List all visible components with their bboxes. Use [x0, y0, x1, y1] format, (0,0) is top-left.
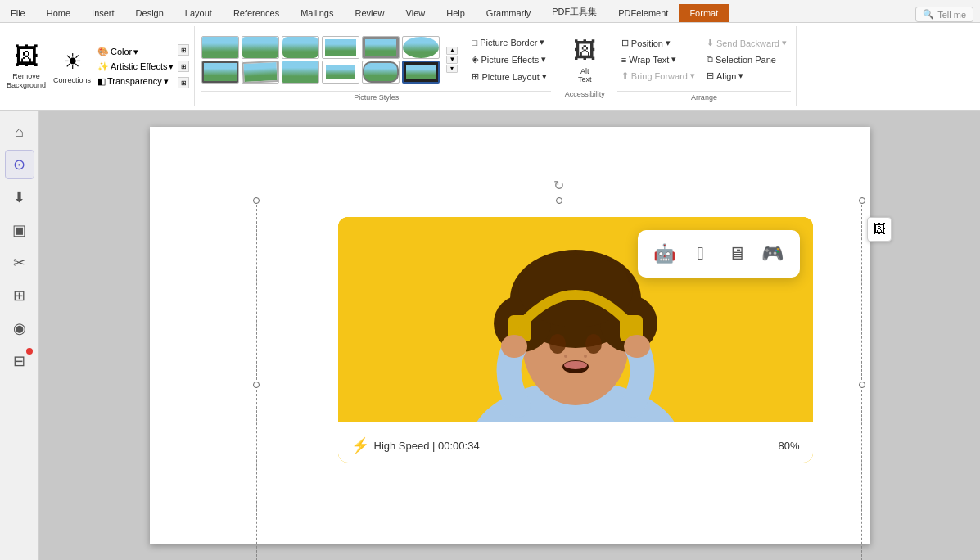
desktop-icon[interactable]: 🖥	[721, 238, 752, 269]
sidebar-item-download[interactable]: ⬇	[5, 183, 34, 212]
position-icon: ⊡	[621, 38, 629, 48]
wrap-text-icon: ≡	[621, 55, 626, 65]
send-backward-dropdown: ▾	[782, 38, 787, 48]
send-backward-label: Send Backward	[716, 38, 779, 48]
transparency-button[interactable]: ◧ Transparency ▾	[95, 75, 176, 88]
document-page: ↻ 🖼	[150, 127, 870, 544]
transparency-icon: ◧	[97, 76, 106, 87]
apple-icon[interactable]: 	[685, 238, 716, 269]
tab-grammarly[interactable]: Grammarly	[476, 4, 541, 22]
bring-forward-button[interactable]: ⬆ Bring Forward ▾	[617, 69, 699, 83]
align-icon: ⊟	[707, 70, 714, 81]
picture-style-10[interactable]	[322, 61, 359, 84]
sidebar-item-film[interactable]: ▣	[5, 215, 34, 245]
picture-style-5[interactable]	[362, 36, 400, 59]
picture-style-2[interactable]	[242, 36, 279, 59]
tab-layout[interactable]: Layout	[174, 4, 223, 22]
color-label: Color	[111, 47, 132, 56]
sidebar-item-grid[interactable]: ⊞	[5, 281, 34, 310]
remove-background-button[interactable]: 🖼 RemoveBackground	[3, 34, 49, 99]
corrections-label: Corrections	[53, 76, 91, 84]
align-button[interactable]: ⊟ Align ▾	[702, 69, 791, 83]
position-dropdown: ▾	[666, 38, 671, 48]
picture-style-1[interactable]	[201, 36, 239, 59]
sidebar-item-camera[interactable]: ⊙	[5, 150, 34, 179]
picture-style-11[interactable]	[362, 61, 400, 84]
svg-point-11	[585, 334, 602, 354]
color-button[interactable]: 🎨 Color ▾	[95, 46, 176, 58]
handle-top-center[interactable]	[556, 197, 562, 204]
handle-middle-right[interactable]	[859, 382, 865, 388]
svg-point-15	[564, 361, 587, 369]
search-icon: 🔍	[923, 9, 934, 20]
position-label: Position	[631, 38, 663, 48]
tab-file[interactable]: File	[0, 4, 36, 22]
tab-view[interactable]: View	[395, 4, 436, 22]
align-label: Align	[716, 71, 736, 81]
send-backward-icon: ⬇	[707, 38, 714, 48]
tab-pdftool[interactable]: PDF工具集	[541, 2, 607, 22]
sidebar-item-home[interactable]: ⌂	[5, 117, 34, 147]
svg-rect-0	[338, 217, 813, 463]
picture-style-7[interactable]	[201, 61, 239, 84]
picture-border-button[interactable]: □ Picture Border ▾	[467, 35, 550, 49]
svg-point-5	[494, 295, 551, 352]
svg-point-10	[549, 334, 566, 354]
sidebar-item-camera2[interactable]: ◉	[5, 314, 34, 343]
tab-help[interactable]: Help	[436, 4, 476, 22]
tab-insert[interactable]: Insert	[81, 4, 125, 22]
svg-point-17	[624, 335, 650, 358]
styles-scroll-up[interactable]: ▲	[446, 47, 458, 55]
gaming-icon[interactable]: 🎮	[757, 238, 788, 269]
transparency-dropdown-icon: ▾	[164, 76, 169, 87]
adjust-expand-2[interactable]: ⊞	[178, 61, 189, 72]
position-button[interactable]: ⊡ Position ▾	[617, 36, 699, 50]
adjust-expand-3[interactable]: ⊞	[178, 77, 189, 88]
sidebar-item-apps[interactable]: ⊟	[5, 346, 34, 376]
tab-pdfelement[interactable]: PDFelement	[607, 4, 679, 22]
picture-effects-button[interactable]: ◈ Picture Effects ▾	[467, 52, 550, 66]
picture-layout-label: Picture Layout	[481, 72, 539, 82]
picture-style-6[interactable]	[402, 36, 440, 59]
svg-point-7	[518, 254, 633, 327]
color-icon: 🎨	[97, 47, 109, 57]
bring-forward-icon: ⬆	[621, 70, 629, 81]
tab-mailings[interactable]: Mailings	[290, 4, 344, 22]
handle-top-left[interactable]	[253, 197, 260, 204]
artistic-effects-button[interactable]: ✨ Artistic Effects ▾	[95, 61, 176, 73]
picture-layout-button[interactable]: ⊞ Picture Layout ▾	[467, 70, 550, 84]
sidebar-item-scissors[interactable]: ✂	[5, 248, 34, 278]
selection-box: ↻ 🖼	[256, 201, 862, 560]
wrap-text-button[interactable]: ≡ Wrap Text ▾	[617, 52, 699, 66]
tab-references[interactable]: References	[223, 4, 290, 22]
picture-styles-grid	[201, 36, 440, 84]
send-backward-button[interactable]: ⬇ Send Backward ▾	[702, 36, 791, 50]
corrections-button[interactable]: ☀ Corrections	[51, 34, 93, 99]
handle-middle-left[interactable]	[253, 382, 260, 388]
styles-scroll-down[interactable]: ▼	[446, 56, 458, 64]
rotate-handle[interactable]: ↻	[553, 178, 564, 193]
tab-home[interactable]: Home	[36, 4, 81, 22]
layout-options-icon[interactable]: 🖼	[867, 217, 892, 242]
svg-point-14	[562, 360, 589, 373]
picture-style-8[interactable]	[242, 61, 279, 84]
tab-format[interactable]: Format	[679, 4, 729, 22]
alt-text-button[interactable]: 🖼 AltText	[568, 34, 601, 87]
adjust-expand-1[interactable]: ⊞	[178, 44, 189, 56]
picture-border-icon: □	[472, 38, 477, 47]
handle-top-right[interactable]	[859, 197, 865, 204]
image-card: 🤖  🖥 🎮 ⚡	[338, 217, 813, 463]
search-box[interactable]: 🔍 Tell me	[915, 7, 973, 22]
selection-pane-button[interactable]: ⧉ Selection Pane	[702, 52, 791, 66]
tab-review[interactable]: Review	[345, 4, 395, 22]
picture-style-9[interactable]	[282, 61, 319, 84]
tab-design[interactable]: Design	[125, 4, 174, 22]
picture-styles-group-label: Picture Styles	[201, 91, 550, 103]
picture-style-12-selected[interactable]	[402, 61, 440, 84]
styles-scroll-more[interactable]: ▾	[446, 65, 458, 73]
picture-style-3[interactable]	[282, 36, 319, 59]
artistic-effects-icon: ✨	[97, 61, 109, 72]
android-icon[interactable]: 🤖	[649, 238, 680, 269]
picture-style-4[interactable]	[322, 36, 359, 59]
search-placeholder: Tell me	[937, 10, 966, 20]
